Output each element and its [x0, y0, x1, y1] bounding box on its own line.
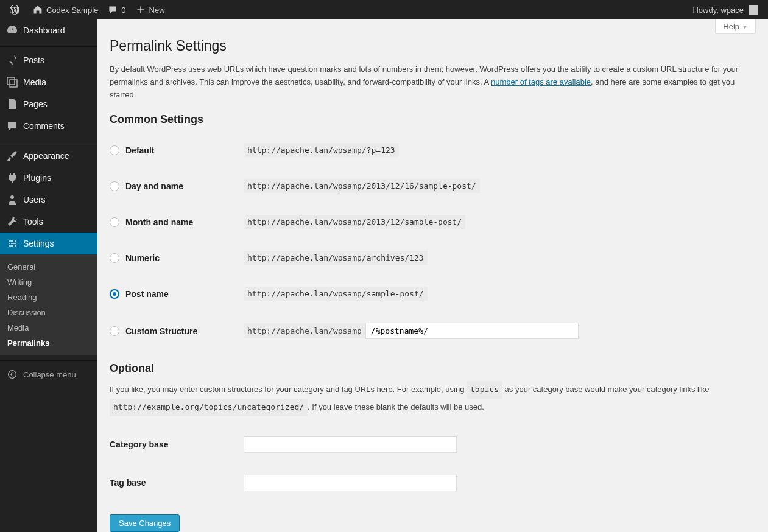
submenu-discussion[interactable]: Discussion [0, 305, 97, 320]
sidebar-item-posts[interactable]: Posts [0, 49, 97, 71]
submenu-general[interactable]: General [0, 259, 97, 275]
comment-icon [6, 120, 18, 132]
comments-link[interactable]: 0 [103, 0, 130, 19]
option-month-name: Month and name http://apache.lan/wpsamp/… [110, 204, 756, 240]
pin-icon [6, 54, 18, 66]
collapse-icon [6, 368, 18, 380]
new-label: New [149, 5, 165, 15]
sidebar-item-comments[interactable]: Comments [0, 115, 97, 137]
comment-icon [108, 5, 118, 15]
custom-prefix: http://apache.lan/wpsamp [244, 323, 365, 338]
option-numeric-label[interactable]: Numeric [110, 253, 244, 263]
option-post-name: Post name http://apache.lan/wpsamp/sampl… [110, 276, 756, 312]
common-settings-heading: Common Settings [110, 113, 756, 126]
sidebar-item-plugins[interactable]: Plugins [0, 167, 97, 189]
example-default: http://apache.lan/wpsamp/?p=123 [244, 143, 399, 157]
sidebar-item-users[interactable]: Users [0, 189, 97, 211]
radio-custom[interactable] [110, 326, 119, 336]
option-default: Default http://apache.lan/wpsamp/?p=123 [110, 132, 756, 168]
svg-point-1 [9, 371, 16, 379]
sidebar-item-pages[interactable]: Pages [0, 93, 97, 115]
option-custom: Custom Structure http://apache.lan/wpsam… [110, 312, 756, 350]
new-content-link[interactable]: New [131, 0, 170, 19]
radio-default[interactable] [110, 145, 119, 155]
example-day-name: http://apache.lan/wpsamp/2013/12/16/samp… [244, 179, 480, 193]
plugin-icon [6, 172, 18, 184]
option-default-label[interactable]: Default [110, 145, 244, 155]
avatar [749, 5, 758, 15]
collapse-menu[interactable]: Collapse menu [0, 363, 97, 385]
tag-base-row: Tag base [110, 464, 756, 502]
tag-base-input[interactable] [244, 475, 457, 491]
site-name-link[interactable]: Codex Sample [28, 0, 103, 19]
brush-icon [6, 150, 18, 162]
example-post-name: http://apache.lan/wpsamp/sample-post/ [244, 287, 428, 301]
my-account[interactable]: Howdy, wpace [688, 0, 763, 19]
option-post-name-label[interactable]: Post name [110, 289, 244, 299]
howdy-text: Howdy, wpace [692, 5, 744, 15]
comment-count: 0 [121, 5, 125, 15]
user-icon [6, 194, 18, 206]
radio-month-name[interactable] [110, 217, 119, 227]
chevron-down-icon: ▼ [742, 24, 748, 30]
sidebar-item-media[interactable]: Media [0, 71, 97, 93]
submenu-reading[interactable]: Reading [0, 290, 97, 305]
media-icon [6, 76, 18, 88]
wp-logo[interactable] [5, 0, 28, 19]
content-area: Help▼ Permalink Settings By default Word… [97, 19, 768, 532]
category-base-input[interactable] [244, 436, 457, 453]
dashboard-icon [6, 24, 18, 37]
page-icon [6, 98, 18, 110]
wrench-icon [6, 215, 18, 228]
optional-heading: Optional [110, 362, 756, 375]
submenu-writing[interactable]: Writing [0, 275, 97, 290]
optional-intro: If you like, you may enter custom struct… [110, 381, 755, 416]
submenu-media[interactable]: Media [0, 320, 97, 335]
settings-icon [6, 237, 18, 250]
custom-structure-input[interactable] [365, 323, 579, 339]
radio-post-name[interactable] [110, 289, 119, 299]
help-tab[interactable]: Help▼ [715, 19, 756, 34]
example-numeric: http://apache.lan/wpsamp/archives/123 [244, 251, 428, 265]
page-title: Permalink Settings [110, 38, 756, 54]
svg-point-0 [10, 195, 14, 199]
submenu-permalinks[interactable]: Permalinks [0, 335, 97, 351]
plus-icon [136, 5, 146, 15]
radio-day-name[interactable] [110, 181, 119, 191]
example-month-name: http://apache.lan/wpsamp/2013/12/sample-… [244, 215, 465, 229]
admin-sidebar: Dashboard Posts Media Pages Comments App… [0, 19, 97, 532]
sidebar-item-dashboard[interactable]: Dashboard [0, 19, 97, 41]
category-base-row: Category base [110, 425, 756, 464]
sidebar-item-tools[interactable]: Tools [0, 211, 97, 233]
admin-bar: Codex Sample 0 New Howdy, wpace [0, 0, 768, 19]
option-day-name-label[interactable]: Day and name [110, 181, 244, 191]
tag-base-label: Tag base [110, 478, 244, 488]
option-numeric: Numeric http://apache.lan/wpsamp/archive… [110, 240, 756, 276]
intro-text: By default WordPress uses web URLs which… [110, 63, 755, 101]
wordpress-icon [10, 5, 19, 15]
save-button[interactable]: Save Changes [110, 514, 180, 532]
option-day-name: Day and name http://apache.lan/wpsamp/20… [110, 168, 756, 204]
home-icon [33, 5, 43, 15]
sidebar-item-appearance[interactable]: Appearance [0, 145, 97, 167]
sidebar-item-settings[interactable]: Settings [0, 233, 97, 254]
radio-numeric[interactable] [110, 253, 119, 263]
site-name: Codex Sample [46, 5, 98, 15]
option-month-name-label[interactable]: Month and name [110, 217, 244, 227]
category-base-label: Category base [110, 439, 244, 449]
option-custom-label[interactable]: Custom Structure [110, 326, 244, 336]
settings-submenu: General Writing Reading Discussion Media… [0, 254, 97, 355]
tags-link[interactable]: number of tags are available [491, 77, 591, 86]
